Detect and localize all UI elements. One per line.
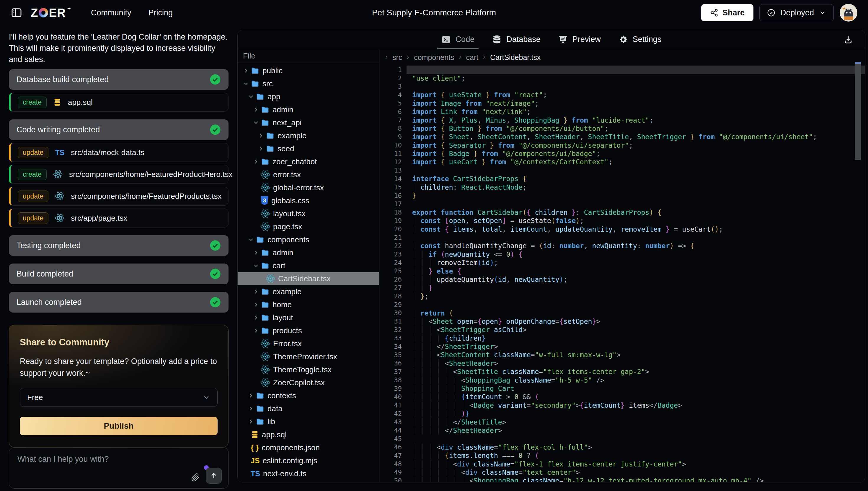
tree-row[interactable]: page.tsx <box>238 220 379 233</box>
tree-row[interactable]: components <box>238 233 379 246</box>
code-line: 16 } <box>379 192 865 200</box>
chevron-down-icon <box>247 93 255 100</box>
tree-row[interactable]: example <box>238 285 379 298</box>
code-icon <box>441 35 451 44</box>
code-line: 32 <SheetTrigger asChild> <box>379 325 865 334</box>
file-change-card[interactable]: update TS src/data/mock-data.ts <box>9 143 228 162</box>
breadcrumb-segment[interactable]: CartSidebar.tsx <box>490 53 540 62</box>
code-line: 36 <SheetHeader> <box>379 359 865 368</box>
tree-row[interactable]: CartSidebar.tsx <box>238 272 379 285</box>
tree-row[interactable]: admin <box>238 103 379 116</box>
folder-icon <box>261 300 270 309</box>
tree-row[interactable]: public <box>238 64 379 77</box>
tree-label: home <box>273 300 292 309</box>
tree-row[interactable]: seed <box>238 142 379 155</box>
chat-panel: I'll help you feature the 'Leather Dog C… <box>0 25 237 491</box>
file-change-card[interactable]: update src/app/page.tsx <box>9 208 228 228</box>
chevron-right-icon <box>252 158 260 165</box>
tree-row[interactable]: app.sql <box>238 428 379 441</box>
publish-button[interactable]: Publish <box>20 417 218 435</box>
line-number: 18 <box>379 208 402 216</box>
chevron-right-icon <box>252 314 260 321</box>
status-card: Build completed <box>9 263 228 284</box>
share-button[interactable]: Share <box>701 4 753 21</box>
tree-row[interactable]: { } components.json <box>238 441 379 454</box>
code-line: 48 <div className="flex-1 flex items-cen… <box>379 460 865 468</box>
tree-row[interactable]: next_api <box>238 116 379 129</box>
file-change-card[interactable]: create src/components/home/FeaturedProdu… <box>9 165 228 184</box>
nav-link-community[interactable]: Community <box>91 8 131 18</box>
code-line: 27 } <box>379 284 865 292</box>
tree-row[interactable]: global-error.tsx <box>238 181 379 194</box>
code-line: 39 Shopping Cart <box>379 384 865 393</box>
code-line: 45 <box>379 435 865 443</box>
paperclip-icon <box>191 473 200 482</box>
file-path: app.sql <box>68 98 93 107</box>
database-icon <box>492 35 502 44</box>
nav-link-pricing[interactable]: Pricing <box>149 8 173 18</box>
tree-row[interactable]: ThemeProvider.tsx <box>238 350 379 363</box>
tree-label: admin <box>273 105 293 114</box>
line-number: 45 <box>379 435 402 442</box>
folder-icon <box>261 105 270 114</box>
tree-label: admin <box>273 248 293 257</box>
react-icon <box>55 213 64 223</box>
tree-label: next_api <box>273 118 302 127</box>
breadcrumb-segment[interactable]: components <box>414 53 454 62</box>
tree-row[interactable]: 3 globals.css <box>238 194 379 207</box>
editor-panel: Code Database Preview Settings File publ… <box>237 30 865 483</box>
tree-row[interactable]: data <box>238 402 379 415</box>
deployed-dropdown[interactable]: Deployed <box>760 4 834 21</box>
breadcrumb-segment[interactable]: cart <box>466 53 478 62</box>
code-line: 11 import { Badge } from "@/components/u… <box>379 149 865 158</box>
tree-row[interactable]: src <box>238 77 379 90</box>
tree-row[interactable]: example <box>238 129 379 142</box>
tree-row[interactable]: zoer_chatbot <box>238 155 379 168</box>
tab-database[interactable]: Database <box>483 30 550 49</box>
tab-preview[interactable]: Preview <box>550 30 610 49</box>
tree-row[interactable]: cart <box>238 259 379 272</box>
line-number: 44 <box>379 427 402 434</box>
tree-row[interactable]: ThemeToggle.tsx <box>238 363 379 376</box>
tree-row[interactable]: Error.tsx <box>238 337 379 350</box>
chevron-down-icon <box>252 262 260 269</box>
chevron-right-icon <box>257 132 265 139</box>
status-card: Database build completed <box>9 69 228 90</box>
scrollbar-thumb[interactable] <box>855 64 861 160</box>
breadcrumb-segment[interactable]: src <box>392 53 402 62</box>
tree-row[interactable]: lib <box>238 415 379 428</box>
tree-row[interactable]: TS next-env.d.ts <box>238 467 379 480</box>
tree-row[interactable]: layout <box>238 311 379 324</box>
tree-row[interactable]: contexts <box>238 389 379 402</box>
tab-code[interactable]: Code <box>433 30 484 49</box>
tree-row[interactable]: home <box>238 298 379 311</box>
chat-input[interactable] <box>18 455 163 464</box>
avatar[interactable] <box>840 4 857 22</box>
file-path: src/components/home/FeaturedProducts.tsx <box>71 192 221 201</box>
tab-settings[interactable]: Settings <box>610 30 671 49</box>
preview-icon <box>558 35 568 44</box>
tree-row[interactable]: error.tsx <box>238 168 379 181</box>
attach-button[interactable] <box>191 473 200 482</box>
tree-row[interactable]: JS eslint.config.mjs <box>238 454 379 467</box>
sidebar-toggle-button[interactable] <box>11 7 23 19</box>
price-select[interactable]: Free <box>20 388 218 407</box>
line-number: 15 <box>379 183 402 191</box>
tree-row[interactable]: admin <box>238 246 379 259</box>
tree-label: example <box>278 131 306 140</box>
send-button[interactable] <box>206 468 222 484</box>
code-editor[interactable]: 1 2 "use client"; 3 4 import { useState … <box>379 65 865 482</box>
code-line: 15 children: React.ReactNode; <box>379 183 865 191</box>
download-button[interactable] <box>843 34 853 45</box>
tree-label: next-env.d.ts <box>263 469 306 478</box>
file-change-card[interactable]: update src/components/home/FeaturedProdu… <box>9 187 228 206</box>
tree-row[interactable]: app <box>238 90 379 103</box>
chevron-down-icon <box>203 394 210 401</box>
file-change-card[interactable]: create app.sql <box>9 93 228 112</box>
code-line: 9 import { Sheet, SheetContent, SheetHea… <box>379 133 865 141</box>
tree-row[interactable]: layout.tsx <box>238 207 379 220</box>
tree-row[interactable]: products <box>238 324 379 337</box>
tree-label: Error.tsx <box>273 339 302 348</box>
zoer-logo[interactable]: ZER <box>31 6 71 20</box>
tree-row[interactable]: ZoerCopilot.tsx <box>238 376 379 389</box>
